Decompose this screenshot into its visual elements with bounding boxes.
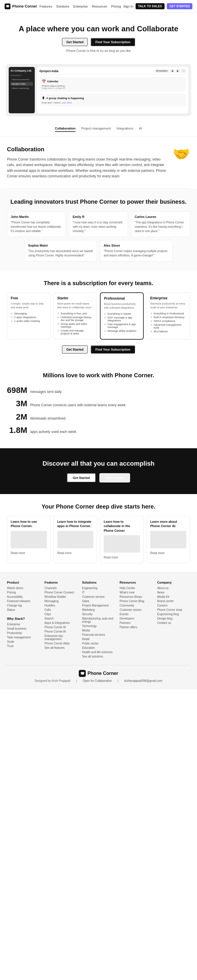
footer-res-developers[interactable]: Developers [120,617,153,620]
footer-feat-workflow[interactable]: Workflow Builder [44,595,78,598]
dive-read-more-use[interactable]: Read more [11,551,25,555]
dive-read-more-ai[interactable]: Read more [150,551,165,555]
nav-link-resources[interactable]: Resources [92,5,107,8]
footer-feat-see-all[interactable]: See all features [44,646,78,649]
footer-feat-huddles[interactable]: Huddles [44,604,78,607]
nav-link-features[interactable]: Features [40,5,52,8]
get-started-nav-button[interactable]: GET STARTED [167,3,192,9]
footer-sol-manufacturing[interactable]: Manufacturing, auto and energy [82,617,115,623]
footer-feat-messaging[interactable]: Messaging [44,600,78,603]
footer-sol-technology[interactable]: Technology [82,624,115,628]
footer-co-contact[interactable]: Contact us [157,621,190,624]
pricing-get-started-button[interactable]: Get Started [62,345,88,353]
footer-feat-key-mgmt[interactable]: Enterprise key management [44,634,78,641]
footer-sol-sales[interactable]: Sales [82,600,115,603]
mockup-next-button[interactable]: ▶ [176,69,180,73]
footer-feat-ai1[interactable]: Phone Corner AI [44,625,78,629]
footer-feat-apps[interactable]: Apps & Integrations [44,621,78,624]
footer-link-featured-releases[interactable]: Featured releases [7,600,40,603]
footer-sol-education[interactable]: Education [82,646,115,649]
footer-designed-by: Designed by Krizh Prajapati [35,679,70,682]
footer-link-enterprise[interactable]: Enterprise [7,623,40,626]
footer-res-partners[interactable]: Partners [120,621,153,624]
tab-ai[interactable]: AI [139,127,142,132]
footer-sol-customer[interactable]: Customer service [82,595,115,598]
footer-sol-financial[interactable]: Financial services [82,633,115,636]
footer-sol-it[interactable]: IT [82,591,115,594]
footer-feat-calls[interactable]: Calls [44,608,78,611]
join-them-link[interactable]: Join them [62,102,72,104]
footer-link-change-log[interactable]: Change log [7,604,40,607]
footer-res-whats-new[interactable]: What's new [120,591,153,594]
footer-res-partner-offers[interactable]: Partner offers [120,625,153,629]
footer-res-help[interactable]: Help Centre [120,587,153,590]
tab-collaboration[interactable]: Collaboration [55,127,76,132]
footer-co-eng-blog[interactable]: Engineering blog [157,612,190,616]
footer-feat-ai2[interactable]: Phone Corner AI [44,630,78,633]
mockup-more-button[interactable]: ⋯ [181,69,186,73]
footer-link-trust[interactable]: Trust [7,644,40,648]
footer-res-blog[interactable]: Phone Corner Blog [120,600,153,603]
footer-feat-search[interactable]: Search [44,617,78,620]
tab-integrations[interactable]: Integrations [116,127,133,132]
app-mockup: A1 Company Ltd. Channels #announcements … [6,64,191,116]
footer-open-collab[interactable]: Open for Collaboration [83,679,112,682]
footer-co-about[interactable]: About us [157,587,190,590]
footer-link-scale[interactable]: Scale [7,640,40,643]
footer-sol-engineering[interactable]: Engineering [82,587,115,590]
footer-link-watch-demo[interactable]: Watch demo [7,587,40,590]
footer-sol-marketing[interactable]: Marketing [82,608,115,611]
pricing-starter-feat1: ✓Everything in free, and [57,312,94,315]
footer-co-shop[interactable]: Phone Corner shop [157,608,190,611]
footer-link-small-business[interactable]: Small business [7,627,40,630]
footer-sol-security[interactable]: Security [82,612,115,616]
footer-sol-pm[interactable]: Project Management [82,604,115,607]
testimonial-name-sophia: Sophia Maini [28,244,93,247]
dive-read-more-collaborate[interactable]: Read more [104,556,118,559]
footer-sol-public[interactable]: Public sector [82,642,115,645]
pricing-find-subscription-button[interactable]: Find Your Subscription [91,345,135,353]
talk-to-sales-button[interactable]: TALK TO SALES [136,3,165,9]
footer-feat-channels[interactable]: Channels [44,587,78,590]
footer-sol-see-all[interactable]: See all solutions [82,655,115,658]
footer-res-customer-stories[interactable]: Customer stories [120,608,153,611]
footer-sol-retail[interactable]: Retail [82,638,115,641]
footer-res-community[interactable]: Community [120,604,153,607]
pricing-buttons: Get Started Find Your Subscription [7,345,190,353]
footer-co-news[interactable]: News [157,591,190,594]
hero-find-subscription-button[interactable]: Find Your Subscription [91,38,135,46]
footer-feat-atlas[interactable]: Phone Corner Atlas [44,642,78,645]
tab-project-management[interactable]: Project management [81,127,111,132]
mockup-channel-project-india[interactable]: #project-india [10,82,33,86]
footer-sol-health[interactable]: Health and life sciences [82,651,115,654]
footer-co-careers[interactable]: Careers [157,604,190,607]
footer-link-status[interactable]: Status [7,608,40,611]
footer-email[interactable]: krizhprajapati098@gmail.com [124,679,162,682]
mockup-channel-announcements[interactable]: #announcements [10,78,33,81]
nav-link-enterprise[interactable]: Enterprise [73,5,88,8]
footer-res-library[interactable]: Resources library [120,595,153,598]
footer-co-design-blog[interactable]: Design blog [157,617,190,620]
sign-in-button[interactable]: Sign In [124,5,133,8]
footer-feat-clips[interactable]: Clips [44,612,78,616]
footer-link-accessibility[interactable]: Accessibility [7,595,40,598]
cta-get-started-button[interactable]: Get Started [67,473,95,482]
footer-feat-connect[interactable]: Phone Corner Connect [44,591,78,594]
mockup-prev-button[interactable]: ◀ [170,69,175,73]
footer-link-pricing[interactable]: Pricing [7,591,40,594]
cta-take-to-sales-button[interactable]: Take to sales [99,473,130,482]
mockup-all-members-button[interactable]: All members [155,69,169,73]
pricing-title: There is a subscription for every teams. [7,280,190,286]
footer-link-task-mgmt[interactable]: Task management [7,636,40,639]
nav-link-pricing[interactable]: Pricing [111,5,121,8]
footer-link-productivity[interactable]: Productivity [7,632,40,635]
logo[interactable]: ☎ Phone Corner [5,3,37,9]
nav-link-solutions[interactable]: Solutions [56,5,69,8]
dive-read-more-integrate[interactable]: Read more [57,551,71,555]
footer-co-media-kit[interactable]: Media Kit [157,595,190,598]
footer-co-brand-centre[interactable]: Brand centre [157,600,190,603]
footer-sol-media[interactable]: Media [82,629,115,632]
mockup-channel-team-marketing[interactable]: #team-marketing [10,86,33,90]
footer-res-events[interactable]: Events [120,612,153,616]
hero-get-started-button[interactable]: Get Started [62,38,88,46]
